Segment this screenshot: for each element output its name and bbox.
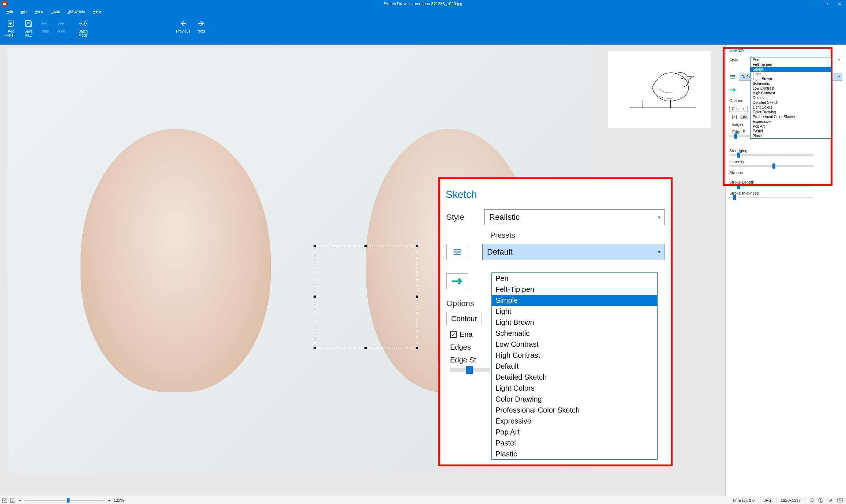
batch-mode-button[interactable]: Batch Mode (76, 17, 90, 39)
fit-icon[interactable] (2, 498, 7, 503)
menu-edit[interactable]: Edit (17, 8, 31, 14)
undo-button[interactable]: Undo (37, 17, 52, 35)
preset-option[interactable]: Professional Color Sketch (492, 405, 657, 415)
stroke-thickness-slider[interactable] (729, 197, 813, 198)
edge-strength-slider[interactable] (450, 368, 490, 372)
chevron-down-icon: ▾ (658, 249, 660, 255)
toolbar: Add File(s)... Save as... Undo Redo Batc… (0, 15, 846, 45)
preset-option[interactable]: Light Colors (750, 105, 831, 110)
preset-option[interactable]: Light Brown (492, 317, 657, 328)
redo-icon (56, 18, 66, 29)
selection-handle[interactable] (314, 347, 316, 349)
preset-option[interactable]: Pop Art (750, 124, 831, 129)
gear-icon (78, 18, 88, 29)
smudging-label: Smudging (729, 148, 842, 153)
preset-option[interactable]: Default (750, 95, 831, 100)
preset-option[interactable]: Plastic (750, 133, 831, 138)
svg-point-4 (82, 22, 85, 25)
enable-checkbox[interactable]: ✓ (450, 331, 457, 338)
preset-option[interactable]: Low Contrast (492, 339, 657, 350)
selection-handle[interactable] (364, 245, 367, 247)
menu-file[interactable]: File (3, 8, 17, 14)
preset-option[interactable]: High Contrast (492, 350, 657, 361)
add-files-button[interactable]: Add File(s)... (2, 17, 20, 39)
youtube-icon[interactable] (837, 498, 843, 503)
preset-option[interactable]: Felt-Tip pen (750, 62, 831, 67)
preset-option[interactable]: High Contrast (750, 91, 831, 95)
preset-option[interactable]: Pen (750, 57, 831, 62)
selection-handle[interactable] (364, 347, 367, 349)
selection-handle[interactable] (416, 347, 418, 349)
stroke-length-slider[interactable] (729, 186, 813, 187)
presets-dropdown[interactable]: Default ▾ (482, 244, 665, 260)
preset-option[interactable]: Light (492, 306, 657, 317)
run-button[interactable] (446, 273, 468, 289)
preset-option[interactable]: Expressive (492, 415, 657, 426)
zoom-slider[interactable] (24, 500, 105, 501)
sketch-panel-title: Sketch (726, 45, 846, 54)
presets-listbox[interactable]: PenFelt-Tip penSimpleLightLight BrownSch… (491, 272, 658, 460)
preset-option[interactable]: Light (750, 72, 831, 76)
menu-help[interactable]: Help (89, 8, 105, 14)
menu-view[interactable]: View (31, 8, 47, 14)
twitter-icon[interactable] (828, 498, 833, 503)
menu-softorbits[interactable]: SoftOrbits (64, 8, 89, 14)
selection-handle[interactable] (314, 296, 316, 298)
minimize-button[interactable]: ─ (806, 0, 820, 7)
maximize-button[interactable]: □ (820, 0, 833, 7)
presets-listbox-small[interactable]: PenFelt-Tip penSimpleLightLight BrownSch… (750, 57, 831, 139)
style-dropdown[interactable]: Realistic ▾ (484, 209, 665, 225)
previous-button[interactable]: Previous (174, 17, 192, 35)
preset-option[interactable]: Pen (492, 273, 657, 284)
selection-handle[interactable] (416, 296, 418, 298)
svg-point-11 (458, 251, 460, 253)
contour-tab[interactable]: Contour (729, 106, 748, 112)
preset-option[interactable]: Professional Color Sketch (750, 114, 831, 119)
save-as-button[interactable]: Save as... (21, 17, 36, 39)
preset-option[interactable]: Schematic (492, 328, 657, 339)
preset-option[interactable]: Simple (492, 295, 657, 306)
stroke-thickness-label: Stroke thickness (729, 191, 842, 195)
preset-option[interactable]: Felt-Tip pen (492, 284, 657, 295)
selection-handle[interactable] (416, 245, 418, 247)
preset-option[interactable]: Detailed Sketch (750, 100, 831, 105)
redo-button[interactable]: Redo (53, 17, 68, 35)
add-file-icon (6, 18, 16, 29)
preset-option[interactable]: Pastel (750, 129, 831, 133)
close-button[interactable]: ✕ (833, 0, 846, 7)
preset-option[interactable]: Color Drawing (492, 394, 657, 405)
smudging-slider[interactable] (729, 154, 813, 156)
preset-option[interactable]: Plastic (492, 448, 657, 459)
window-controls: ─ □ ✕ (806, 0, 846, 7)
contour-tab[interactable]: Contour (446, 312, 482, 325)
zoom-in-button[interactable]: + (108, 497, 111, 503)
preset-option[interactable]: Schematic (750, 81, 831, 86)
status-format: JPG (764, 498, 771, 503)
facebook-icon[interactable]: f (818, 498, 823, 503)
run-icon[interactable] (729, 87, 737, 93)
preset-option[interactable]: Default (492, 361, 657, 372)
edges-label: Edges (732, 122, 744, 127)
preset-option[interactable]: Pastel (492, 437, 657, 448)
actual-size-icon[interactable]: 1 (10, 498, 15, 503)
next-button[interactable]: Next (194, 17, 209, 35)
preset-option[interactable]: Simple (750, 67, 831, 72)
preset-option[interactable]: Light Brown (750, 76, 831, 81)
preset-option[interactable]: Detailed Sketch (492, 372, 657, 383)
selection-box[interactable] (315, 246, 417, 348)
sliders-icon[interactable] (446, 244, 468, 260)
enable-checkbox[interactable]: ✓ (732, 115, 737, 119)
intensity-slider[interactable] (729, 165, 813, 167)
preset-option[interactable]: Color Drawing (750, 110, 831, 114)
preset-option[interactable]: Expressive (750, 119, 831, 124)
preset-option[interactable]: Pop Art (492, 426, 657, 437)
info-icon[interactable]: ⓘ (810, 497, 814, 503)
preset-option[interactable]: Light Colors (492, 383, 657, 394)
style-label: Style (446, 212, 476, 222)
image-content (81, 129, 271, 392)
selection-handle[interactable] (314, 245, 316, 247)
sliders-icon[interactable] (729, 74, 737, 80)
preset-option[interactable]: Low Contrast (750, 86, 831, 91)
zoom-out-button[interactable]: − (18, 497, 21, 503)
menu-tools[interactable]: Tools (47, 8, 64, 14)
